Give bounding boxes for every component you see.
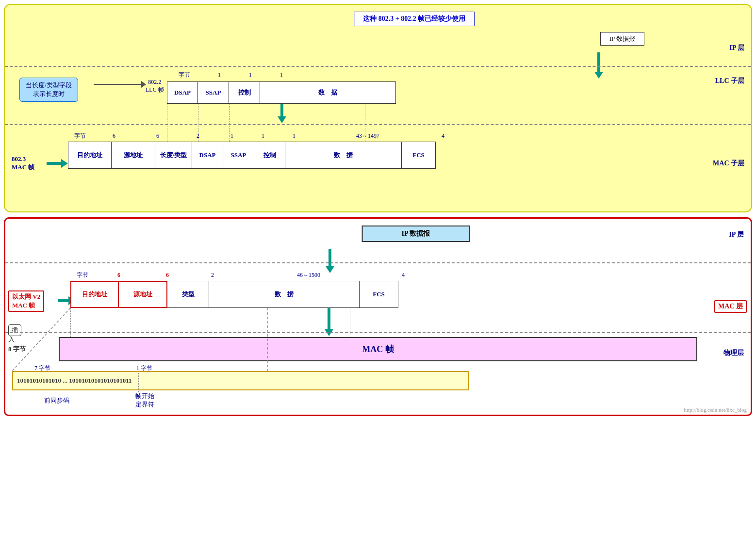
top-note-box: 这种 802.3 + 802.2 帧已经较少使用 bbox=[354, 12, 475, 26]
mac803-arrow bbox=[47, 159, 68, 168]
mac803-label: 802.3 MAC 帧 bbox=[12, 155, 34, 172]
physical-separator bbox=[5, 332, 751, 333]
one-byte-label: 1 字节 bbox=[136, 364, 152, 372]
physical-layer-label: 物理层 bbox=[723, 349, 744, 357]
mac-layer-label: MAC 层 bbox=[714, 300, 747, 313]
ip-separator-top bbox=[5, 66, 751, 67]
preamble-box: 10101010101010 ... 10101010101010101011 bbox=[12, 371, 469, 390]
eth-v2-label: 以太网 V2 MAC 帧 bbox=[8, 290, 44, 312]
ip-datagram-top: IP 数据报 bbox=[600, 32, 644, 46]
callout-pointer bbox=[94, 84, 142, 85]
insert-callout: 插 bbox=[8, 324, 21, 336]
mac-sublayer-label: MAC 子层 bbox=[713, 159, 744, 168]
llc-separator bbox=[5, 124, 751, 125]
eth-byte-labels: 字节 6 6 2 46～1500 4 bbox=[70, 271, 423, 279]
insert-label: 入 bbox=[8, 335, 15, 344]
seven-bytes-label: 7 字节 bbox=[34, 364, 50, 372]
llc-layer-label: LLC 子层 bbox=[715, 77, 744, 85]
eight-bytes-label: 8 字节 bbox=[8, 345, 26, 354]
llc-data-arrow bbox=[278, 104, 286, 123]
llc-frame-row: DSAP SSAP 控制 数 据 bbox=[167, 81, 396, 104]
ip-arrow-red bbox=[326, 249, 334, 273]
ip-layer-label-top: IP 层 bbox=[729, 44, 744, 52]
mac803-frame-row: 目的地址 源地址 长度/类型 DSAP SSAP 控制 数 据 FCS bbox=[68, 142, 436, 169]
ip-separator-red bbox=[5, 262, 751, 263]
watermark: http://blog.csdn.net/lixc_blog bbox=[684, 407, 747, 413]
mac-frame-bar: MAC 帧 bbox=[59, 337, 697, 361]
red-section: IP 数据报 IP 层 MAC 层 以太网 V2 MAC 帧 bbox=[4, 217, 752, 416]
ip-layer-label-red: IP 层 bbox=[729, 230, 744, 239]
llc-frame-label: 802.2 LLC 帧 bbox=[146, 79, 164, 94]
callout-box: 当长度/类型字段 表示长度时 bbox=[19, 78, 78, 102]
yellow-section: 这种 802.3 + 802.2 帧已经较少使用 IP 数据报 IP 层 LLC… bbox=[4, 4, 752, 212]
frame-delimiter-label: 帧开始 定界符 bbox=[135, 392, 154, 409]
eth-frame-row: 目的地址 源地址 类型 数 据 FCS bbox=[70, 281, 398, 308]
ip-datagram-red: IP 数据报 bbox=[362, 226, 470, 242]
llc-byte-labels: 字节 1 1 1 bbox=[165, 71, 297, 79]
mac-byte-labels: 字节 6 6 2 1 1 1 43～1497 4 bbox=[68, 132, 460, 140]
ip-arrow-top bbox=[594, 52, 603, 79]
sync-code-label: 前同步码 bbox=[44, 396, 69, 405]
